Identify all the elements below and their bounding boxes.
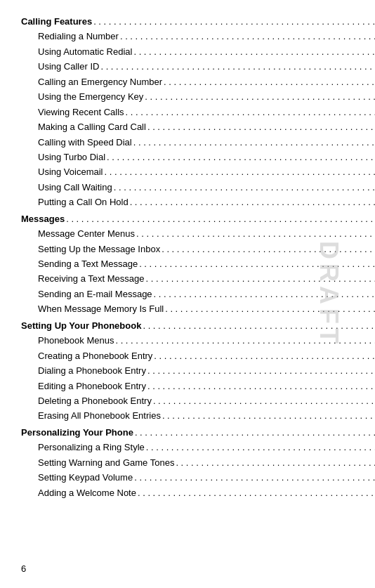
- toc-item: Dialing a Phonebook Entry . . . . . . . …: [21, 363, 354, 378]
- item-title: Phonebook Menus: [38, 333, 114, 348]
- toc-item: Sending an E-mail Message . . . . . . . …: [21, 287, 354, 301]
- item-title: Deleting a Phonebook Entry: [38, 393, 152, 408]
- dot-leader: . . . . . . . . . . . . . . . . . . . . …: [162, 242, 375, 256]
- section-title: Messages: [21, 211, 65, 226]
- toc-item: Creating a Phonebook Entry . . . . . . .…: [21, 348, 354, 363]
- item-title: Using Call Waiting: [38, 180, 112, 195]
- item-title: Calling with Speed Dial: [38, 135, 132, 150]
- page-number: 6: [21, 563, 26, 574]
- dot-leader: . . . . . . . . . . . . . . . . . . . . …: [133, 135, 375, 150]
- dot-leader: . . . . . . . . . . . . . . . . . . . . …: [154, 348, 375, 363]
- item-title: Editing a Phonebook Entry: [38, 379, 146, 393]
- item-title: Setting Up the Message Inbox: [38, 242, 160, 256]
- item-title: Using Automatic Redial: [38, 44, 132, 59]
- toc-item: Erasing All Phonebook Entries . . . . . …: [21, 408, 354, 423]
- toc-item: Editing a Phonebook Entry . . . . . . . …: [21, 379, 354, 393]
- toc-section: Messages . . . . . . . . . . . . . . . .…: [21, 211, 354, 317]
- toc-section-header: Setting Up Your Phonebook . . . . . . . …: [21, 318, 354, 333]
- toc-item: Using the Emergency Key . . . . . . . . …: [21, 89, 354, 104]
- item-title: Putting a Call On Hold: [38, 195, 129, 209]
- dot-leader: . . . . . . . . . . . . . . . . . . . . …: [139, 256, 375, 271]
- section-title: Personalizing Your Phone: [21, 425, 133, 440]
- item-title: Using the Emergency Key: [38, 89, 143, 104]
- toc-item: Viewing Recent Calls . . . . . . . . . .…: [21, 105, 354, 119]
- dot-leader: . . . . . . . . . . . . . . . . . . . . …: [130, 195, 375, 209]
- item-title: Calling an Emergency Number: [38, 74, 162, 89]
- item-title: Making a Calling Card Call: [38, 119, 146, 134]
- toc-item: Putting a Call On Hold . . . . . . . . .…: [21, 195, 354, 209]
- dot-leader: . . . . . . . . . . . . . . . . . . . . …: [147, 363, 375, 378]
- toc-item: Receiving a Text Message . . . . . . . .…: [21, 271, 354, 286]
- dot-leader: . . . . . . . . . . . . . . . . . . . . …: [162, 408, 375, 423]
- dot-leader: . . . . . . . . . . . . . . . . . . . . …: [107, 150, 375, 164]
- dot-leader: . . . . . . . . . . . . . . . . . . . . …: [146, 271, 375, 286]
- toc-item: Calling with Speed Dial . . . . . . . . …: [21, 135, 354, 150]
- dot-leader: . . . . . . . . . . . . . . . . . . . . …: [164, 74, 375, 89]
- dot-leader: . . . . . . . . . . . . . . . . . . . . …: [100, 59, 375, 74]
- dot-leader: . . . . . . . . . . . . . . . . . . . . …: [115, 333, 375, 348]
- dot-leader: . . . . . . . . . . . . . . . . . . . . …: [147, 379, 375, 393]
- toc-section-header: Messages . . . . . . . . . . . . . . . .…: [21, 211, 354, 226]
- dot-leader: . . . . . . . . . . . . . . . . . . . . …: [105, 164, 376, 179]
- item-title: Sending a Text Message: [38, 256, 138, 271]
- item-title: Setting Keypad Volume: [38, 470, 133, 485]
- item-title: Erasing All Phonebook Entries: [38, 408, 161, 423]
- item-title: Receiving a Text Message: [38, 271, 145, 286]
- toc-item: When Message Memory Is Full . . . . . . …: [21, 301, 354, 316]
- dot-leader: . . . . . . . . . . . . . . . . . . . . …: [147, 119, 375, 134]
- item-title: Personalizing a Ring Style: [38, 440, 145, 455]
- dot-leader: . . . . . . . . . . . . . . . . . . . . …: [165, 301, 375, 316]
- toc-item: Using Turbo Dial . . . . . . . . . . . .…: [21, 150, 354, 164]
- toc-item: Phonebook Menus . . . . . . . . . . . . …: [21, 333, 354, 348]
- toc-item: Sending a Text Message . . . . . . . . .…: [21, 256, 354, 271]
- toc-item: Setting Warning and Game Tones . . . . .…: [21, 455, 354, 470]
- item-title: Dialing a Phonebook Entry: [38, 363, 146, 378]
- section-title: Setting Up Your Phonebook: [21, 318, 141, 333]
- toc-item: Using Automatic Redial . . . . . . . . .…: [21, 44, 354, 59]
- toc-section: Personalizing Your Phone . . . . . . . .…: [21, 425, 354, 500]
- dot-leader: . . . . . . . . . . . . . . . . . . . . …: [154, 287, 375, 301]
- toc-item: Setting Up the Message Inbox . . . . . .…: [21, 242, 354, 256]
- item-title: Creating a Phonebook Entry: [38, 348, 152, 363]
- dot-leader: . . . . . . . . . . . . . . . . . . . . …: [145, 89, 375, 104]
- toc-item: Making a Calling Card Call . . . . . . .…: [21, 119, 354, 134]
- item-title: Setting Warning and Game Tones: [38, 455, 174, 470]
- dot-leader: . . . . . . . . . . . . . . . . . . . . …: [93, 14, 375, 29]
- toc-content: Calling Features . . . . . . . . . . . .…: [21, 14, 354, 500]
- dot-leader: . . . . . . . . . . . . . . . . . . . . …: [133, 44, 375, 59]
- dot-leader: . . . . . . . . . . . . . . . . . . . . …: [126, 105, 375, 119]
- dot-leader: . . . . . . . . . . . . . . . . . . . . …: [138, 485, 375, 500]
- dot-leader: . . . . . . . . . . . . . . . . . . . . …: [66, 211, 375, 226]
- toc-section: Setting Up Your Phonebook . . . . . . . …: [21, 318, 354, 424]
- toc-section: Calling Features . . . . . . . . . . . .…: [21, 14, 354, 210]
- item-title: Redialing a Number: [38, 29, 119, 44]
- item-title: Sending an E-mail Message: [38, 287, 152, 301]
- item-title: Adding a Welcome Note: [38, 485, 136, 500]
- page-container: DRAFT Calling Features . . . . . . . . .…: [0, 0, 375, 588]
- toc-item: Using Voicemail . . . . . . . . . . . . …: [21, 164, 354, 179]
- item-title: Using Caller ID: [38, 59, 99, 74]
- dot-leader: . . . . . . . . . . . . . . . . . . . . …: [143, 318, 375, 333]
- item-title: Using Turbo Dial: [38, 150, 105, 164]
- item-title: Using Voicemail: [38, 164, 103, 179]
- toc-item: Using Caller ID . . . . . . . . . . . . …: [21, 59, 354, 74]
- toc-item: Calling an Emergency Number . . . . . . …: [21, 74, 354, 89]
- item-title: When Message Memory Is Full: [38, 301, 164, 316]
- toc-section-header: Personalizing Your Phone . . . . . . . .…: [21, 425, 354, 440]
- toc-section-header: Calling Features . . . . . . . . . . . .…: [21, 14, 354, 29]
- dot-leader: . . . . . . . . . . . . . . . . . . . . …: [153, 393, 375, 408]
- item-title: Message Center Menus: [38, 226, 135, 241]
- toc-item: Using Call Waiting . . . . . . . . . . .…: [21, 180, 354, 195]
- dot-leader: . . . . . . . . . . . . . . . . . . . . …: [136, 226, 375, 241]
- toc-item: Deleting a Phonebook Entry . . . . . . .…: [21, 393, 354, 408]
- toc-item: Redialing a Number . . . . . . . . . . .…: [21, 29, 354, 44]
- dot-leader: . . . . . . . . . . . . . . . . . . . . …: [114, 180, 375, 195]
- item-title: Viewing Recent Calls: [38, 105, 124, 119]
- dot-leader: . . . . . . . . . . . . . . . . . . . . …: [146, 440, 375, 455]
- section-title: Calling Features: [21, 14, 92, 29]
- dot-leader: . . . . . . . . . . . . . . . . . . . . …: [134, 470, 375, 485]
- dot-leader: . . . . . . . . . . . . . . . . . . . . …: [120, 29, 375, 44]
- toc-item: Adding a Welcome Note . . . . . . . . . …: [21, 485, 354, 500]
- dot-leader: . . . . . . . . . . . . . . . . . . . . …: [176, 455, 375, 470]
- toc-item: Message Center Menus . . . . . . . . . .…: [21, 226, 354, 241]
